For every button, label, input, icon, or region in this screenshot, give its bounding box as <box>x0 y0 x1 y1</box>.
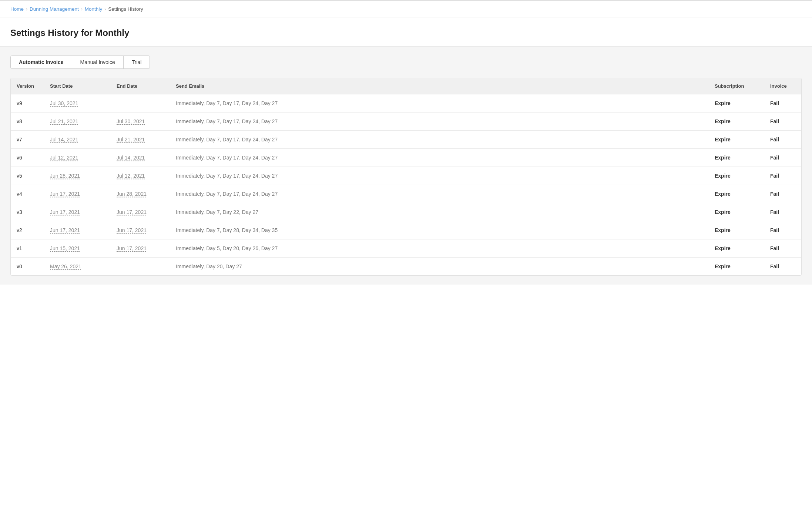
col-header-send-emails: Send Emails <box>170 78 709 94</box>
breadcrumb-sep-2: › <box>81 7 83 12</box>
cell-end-date: Jul 30, 2021 <box>111 113 170 131</box>
table-wrapper: Version Start Date End Date Send Emails … <box>10 78 802 276</box>
col-header-invoice: Invoice <box>764 78 801 94</box>
cell-send-emails: Immediately, Day 7, Day 17, Day 24, Day … <box>170 94 709 113</box>
cell-start-date: Jun 17, 2021 <box>44 203 111 221</box>
cell-subscription: Expire <box>709 167 764 185</box>
table-row: v5Jun 28, 2021Jul 12, 2021Immediately, D… <box>11 167 801 185</box>
cell-version: v5 <box>11 167 44 185</box>
cell-start-date: Jun 28, 2021 <box>44 167 111 185</box>
cell-send-emails: Immediately, Day 7, Day 22, Day 27 <box>170 203 709 221</box>
table-row: v9Jul 30, 2021Immediately, Day 7, Day 17… <box>11 94 801 113</box>
table-row: v1Jun 15, 2021Jun 17, 2021Immediately, D… <box>11 239 801 258</box>
cell-end-date: Jun 17, 2021 <box>111 221 170 239</box>
cell-subscription: Expire <box>709 203 764 221</box>
cell-invoice: Fail <box>764 113 801 131</box>
breadcrumb-current: Settings History <box>108 6 143 12</box>
cell-subscription: Expire <box>709 258 764 276</box>
cell-subscription: Expire <box>709 94 764 113</box>
cell-version: v4 <box>11 185 44 203</box>
table-header-row: Version Start Date End Date Send Emails … <box>11 78 801 94</box>
cell-end-date: Jul 21, 2021 <box>111 131 170 149</box>
breadcrumb: Home › Dunning Management › Monthly › Se… <box>0 1 812 17</box>
cell-end-date: Jul 14, 2021 <box>111 149 170 167</box>
cell-start-date: May 26, 2021 <box>44 258 111 276</box>
table-row: v3Jun 17, 2021Jun 17, 2021Immediately, D… <box>11 203 801 221</box>
col-header-start-date: Start Date <box>44 78 111 94</box>
cell-end-date: Jun 28, 2021 <box>111 185 170 203</box>
breadcrumb-monthly[interactable]: Monthly <box>85 6 102 12</box>
cell-send-emails: Immediately, Day 5, Day 20, Day 26, Day … <box>170 239 709 258</box>
cell-invoice: Fail <box>764 221 801 239</box>
cell-start-date: Jul 30, 2021 <box>44 94 111 113</box>
table-row: v2Jun 17, 2021Jun 17, 2021Immediately, D… <box>11 221 801 239</box>
cell-subscription: Expire <box>709 131 764 149</box>
tab-manual-invoice[interactable]: Manual Invoice <box>72 56 124 69</box>
col-header-end-date: End Date <box>111 78 170 94</box>
cell-version: v6 <box>11 149 44 167</box>
settings-history-table: Version Start Date End Date Send Emails … <box>11 78 801 275</box>
tab-automatic-invoice[interactable]: Automatic Invoice <box>10 56 72 69</box>
cell-invoice: Fail <box>764 203 801 221</box>
cell-start-date: Jul 14, 2021 <box>44 131 111 149</box>
cell-send-emails: Immediately, Day 7, Day 17, Day 24, Day … <box>170 185 709 203</box>
cell-subscription: Expire <box>709 221 764 239</box>
cell-subscription: Expire <box>709 113 764 131</box>
cell-invoice: Fail <box>764 239 801 258</box>
cell-start-date: Jul 12, 2021 <box>44 149 111 167</box>
cell-send-emails: Immediately, Day 20, Day 27 <box>170 258 709 276</box>
table-row: v7Jul 14, 2021Jul 21, 2021Immediately, D… <box>11 131 801 149</box>
cell-send-emails: Immediately, Day 7, Day 17, Day 24, Day … <box>170 113 709 131</box>
col-header-subscription: Subscription <box>709 78 764 94</box>
table-header: Version Start Date End Date Send Emails … <box>11 78 801 94</box>
cell-end-date: Jul 12, 2021 <box>111 167 170 185</box>
breadcrumb-home[interactable]: Home <box>10 6 24 12</box>
table-row: v4Jun 17, 2021Jun 28, 2021Immediately, D… <box>11 185 801 203</box>
cell-start-date: Jun 15, 2021 <box>44 239 111 258</box>
cell-version: v2 <box>11 221 44 239</box>
table-row: v8Jul 21, 2021Jul 30, 2021Immediately, D… <box>11 113 801 131</box>
cell-start-date: Jun 17, 2021 <box>44 185 111 203</box>
content-area: Automatic Invoice Manual Invoice Trial V… <box>0 47 812 285</box>
table-row: v0May 26, 2021Immediately, Day 20, Day 2… <box>11 258 801 276</box>
cell-version: v7 <box>11 131 44 149</box>
cell-send-emails: Immediately, Day 7, Day 17, Day 24, Day … <box>170 131 709 149</box>
cell-invoice: Fail <box>764 185 801 203</box>
table-body: v9Jul 30, 2021Immediately, Day 7, Day 17… <box>11 94 801 276</box>
cell-end-date: Jun 17, 2021 <box>111 203 170 221</box>
cell-invoice: Fail <box>764 167 801 185</box>
col-header-version: Version <box>11 78 44 94</box>
cell-send-emails: Immediately, Day 7, Day 17, Day 24, Day … <box>170 167 709 185</box>
breadcrumb-sep-3: › <box>104 7 106 12</box>
cell-version: v9 <box>11 94 44 113</box>
breadcrumb-sep-1: › <box>26 7 27 12</box>
cell-start-date: Jul 21, 2021 <box>44 113 111 131</box>
cell-send-emails: Immediately, Day 7, Day 17, Day 24, Day … <box>170 149 709 167</box>
cell-subscription: Expire <box>709 185 764 203</box>
cell-version: v8 <box>11 113 44 131</box>
cell-subscription: Expire <box>709 149 764 167</box>
cell-end-date <box>111 94 170 113</box>
cell-invoice: Fail <box>764 149 801 167</box>
cell-invoice: Fail <box>764 258 801 276</box>
cell-version: v1 <box>11 239 44 258</box>
tabs-container: Automatic Invoice Manual Invoice Trial <box>10 56 802 69</box>
cell-send-emails: Immediately, Day 7, Day 28, Day 34, Day … <box>170 221 709 239</box>
cell-version: v3 <box>11 203 44 221</box>
tab-trial[interactable]: Trial <box>123 56 150 69</box>
cell-invoice: Fail <box>764 94 801 113</box>
table-row: v6Jul 12, 2021Jul 14, 2021Immediately, D… <box>11 149 801 167</box>
page-title: Settings History for Monthly <box>10 28 802 38</box>
cell-version: v0 <box>11 258 44 276</box>
cell-start-date: Jun 17, 2021 <box>44 221 111 239</box>
cell-end-date: Jun 17, 2021 <box>111 239 170 258</box>
page-header: Settings History for Monthly <box>0 17 812 47</box>
breadcrumb-dunning[interactable]: Dunning Management <box>30 6 79 12</box>
cell-invoice: Fail <box>764 131 801 149</box>
cell-end-date <box>111 258 170 276</box>
cell-subscription: Expire <box>709 239 764 258</box>
